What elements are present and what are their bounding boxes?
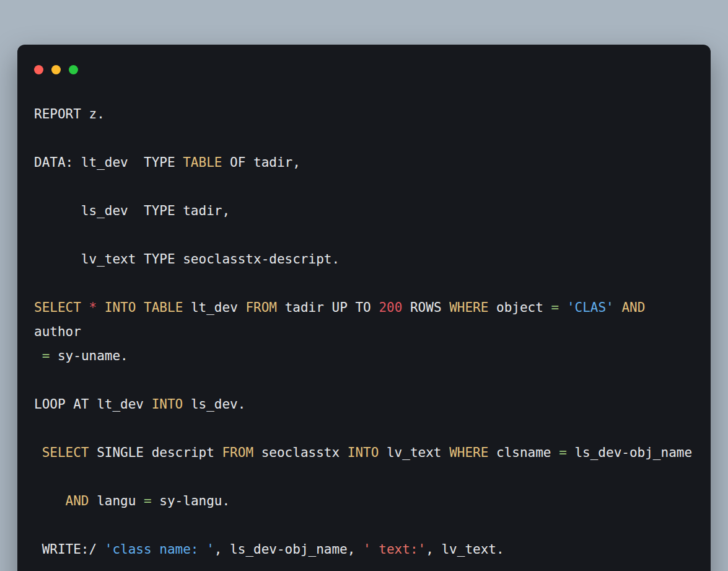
code-token-red: 200 [379,300,402,315]
code-token-green: = [559,445,567,460]
code-line: LOOP AT lt_dev INTO ls_dev. [34,392,711,417]
code-token-plain: ls_dev. [183,397,245,412]
code-token-plain: sy-uname. [50,348,128,363]
code-token-plain [97,300,105,315]
close-button[interactable] [34,65,43,74]
code-line: SELECT SINGLE descript FROM seoclasstx I… [34,441,711,465]
code-line [34,126,711,151]
code-token-keyword: SELECT [34,300,81,315]
code-token-blue: 'class name: ' [105,542,214,557]
code-line [34,272,711,296]
code-token-plain: ls_dev-obj_name [567,445,692,460]
code-line [34,175,711,199]
code-token-keyword: WHERE [449,445,488,460]
code-line: REPORT z. [34,102,711,126]
code-token-plain [81,300,89,315]
code-token-green: = [42,348,50,363]
code-token-plain [136,300,144,315]
code-token-keyword: INTO [105,300,136,315]
code-token-plain: seoclasstx [253,445,348,460]
code-line: AND langu = sy-langu. [34,489,711,513]
code-token-plain [34,445,42,460]
code-token-keyword: AND [66,494,89,508]
code-line: author [34,320,711,344]
code-token-keyword: FROM [222,445,253,460]
code-line [34,368,711,392]
code-token-plain [34,348,42,363]
code-token-plain: lv_text TYPE seoclasstx-descript. [34,252,340,267]
code-token-keyword: TABLE [183,155,222,170]
code-token-plain: LOOP AT lt_dev [34,397,152,412]
code-token-keyword: SELECT [42,445,89,460]
code-token-plain: WRITE:/ [34,542,105,557]
maximize-button[interactable] [69,65,78,74]
window-titlebar [34,65,711,74]
code-token-keyword: TABLE [144,300,183,315]
code-token-green: = [551,300,559,315]
code-token-plain: OF tadir, [222,155,300,170]
code-token-plain: clsname [488,445,559,460]
code-token-keyword: FROM [245,300,277,315]
code-token-plain: object [488,300,551,315]
code-token-plain: , ls_dev-obj_name, [214,542,363,557]
code-token-plain: ROWS [402,300,449,315]
code-line: ls_dev TYPE tadir, [34,199,711,223]
code-token-plain: DATA: lt_dev TYPE [34,155,183,170]
code-token-plain: REPORT z. [34,107,105,122]
code-content: REPORT z. DATA: lt_dev TYPE TABLE OF tad… [34,102,711,562]
code-line [34,513,711,538]
code-token-blue: 'CLAS' [567,300,614,315]
code-token-plain: author [34,324,81,339]
code-line: SELECT * INTO TABLE lt_dev FROM tadir UP… [34,296,711,320]
code-token-keyword: AND [621,300,645,315]
code-token-red: * [89,300,97,315]
code-line [34,417,711,441]
code-token-keyword: WHERE [449,300,488,315]
code-token-plain [34,494,66,508]
code-token-plain: sy-langu. [152,494,230,508]
code-token-green: = [144,494,152,508]
code-line [34,465,711,489]
code-token-orange: ' text:' [363,542,426,557]
code-line: lv_text TYPE seoclasstx-descript. [34,247,711,272]
code-token-plain: langu [89,494,144,508]
code-token-plain [614,300,622,315]
code-token-plain: ls_dev TYPE tadir, [34,203,230,218]
code-line: WRITE:/ 'class name: ', ls_dev-obj_name,… [34,538,711,562]
code-line: DATA: lt_dev TYPE TABLE OF tadir, [34,151,711,175]
code-token-plain: , lv_text. [426,542,504,557]
code-token-keyword: INTO [152,397,183,412]
code-token-plain: lt_dev [183,300,245,315]
code-window: REPORT z. DATA: lt_dev TYPE TABLE OF tad… [17,45,711,571]
code-token-plain: tadir UP TO [277,300,379,315]
code-token-plain: lv_text [379,445,449,460]
code-token-plain: SINGLE descript [89,445,222,460]
code-line [34,223,711,247]
code-token-keyword: INTO [348,445,379,460]
code-token-plain [559,300,567,315]
code-line: = sy-uname. [34,344,711,368]
minimize-button[interactable] [51,65,61,74]
